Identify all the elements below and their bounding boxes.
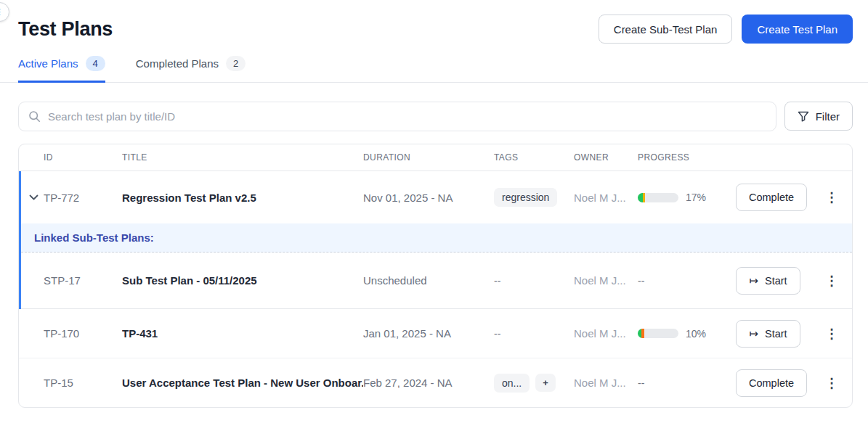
row-id: STP-17 <box>44 274 122 287</box>
table-row-tp-15[interactable]: TP-15 User Acceptance Test Plan - New Us… <box>19 358 852 407</box>
row-tags: regression <box>494 188 574 207</box>
search-icon <box>28 110 41 123</box>
table-row-tp-170[interactable]: TP-170 TP-431 Jan 01, 2025 - NA -- Noel … <box>19 309 852 358</box>
test-plans-table: ID TITLE DURATION TAGS OWNER PROGRESS TP… <box>18 144 853 408</box>
row-menu-kebab-icon[interactable]: ⋮ <box>822 191 842 204</box>
search-row: Filter <box>0 102 868 131</box>
row-duration: Nov 01, 2025 - NA <box>363 192 494 204</box>
tab-completed-plans-count: 2 <box>226 56 246 71</box>
row-owner: Noel M J... <box>574 192 638 204</box>
tab-active-plans-label: Active Plans <box>18 57 78 70</box>
search-input[interactable] <box>48 110 766 123</box>
column-header-owner: OWNER <box>574 152 638 163</box>
start-button-label: Start <box>765 328 787 340</box>
row-tags-empty: -- <box>494 275 574 287</box>
row-owner: Noel M J... <box>574 377 638 389</box>
row-owner: Noel M J... <box>574 327 638 340</box>
row-duration: Jan 01, 2025 - NA <box>363 327 494 340</box>
row-progress-empty: -- <box>638 275 736 287</box>
linked-sub-test-plans-header: Linked Sub-Test Plans: <box>21 223 852 252</box>
row-progress: 17% <box>638 192 736 203</box>
sidebar-toggle-icon: ⋮ <box>0 7 4 17</box>
row-progress: 10% <box>638 328 736 340</box>
progress-bar <box>638 329 678 338</box>
expanded-test-plan-group: TP-772 Regression Test Plan v2.5 Nov 01,… <box>19 171 852 309</box>
row-id: TP-170 <box>44 327 122 340</box>
column-header-id: ID <box>44 152 122 163</box>
row-title[interactable]: TP-431 <box>122 327 363 340</box>
tag-pill: regression <box>494 188 557 207</box>
column-header-progress: PROGRESS <box>638 152 736 163</box>
progress-bar <box>638 193 678 202</box>
row-owner: Noel M J... <box>574 274 638 287</box>
tab-completed-plans-label: Completed Plans <box>136 57 219 70</box>
column-header-duration: DURATION <box>363 152 494 163</box>
filter-icon <box>798 111 809 122</box>
top-actions: Create Sub-Test Plan Create Test Plan <box>599 15 853 44</box>
start-arrow-icon: ↦ <box>749 327 758 340</box>
row-progress-empty: -- <box>638 377 736 389</box>
row-tags-empty: -- <box>494 328 574 340</box>
row-menu-kebab-icon[interactable]: ⋮ <box>822 377 842 390</box>
column-header-title: TITLE <box>122 152 363 163</box>
row-tags: on... + <box>494 374 574 393</box>
start-button[interactable]: ↦ Start <box>736 267 800 295</box>
table-row-stp-17[interactable]: STP-17 Sub Test Plan - 05/11/2025 Unsche… <box>21 252 852 309</box>
tag-pill: on... <box>494 374 530 393</box>
tab-active-plans-count: 4 <box>86 56 105 71</box>
row-title[interactable]: Sub Test Plan - 05/11/2025 <box>122 274 363 287</box>
table-header-row: ID TITLE DURATION TAGS OWNER PROGRESS <box>19 144 852 171</box>
tab-completed-plans[interactable]: Completed Plans 2 <box>136 56 246 83</box>
tab-active-plans[interactable]: Active Plans 4 <box>18 56 105 83</box>
row-title[interactable]: User Acceptance Test Plan - New User Onb… <box>122 377 363 389</box>
tab-bar: Active Plans 4 Completed Plans 2 <box>0 56 868 83</box>
row-menu-kebab-icon[interactable]: ⋮ <box>822 274 842 287</box>
filter-button[interactable]: Filter <box>784 102 853 131</box>
page-title: Test Plans <box>18 18 113 41</box>
progress-label: 10% <box>686 328 706 340</box>
progress-label: 17% <box>686 192 706 203</box>
table-row-tp-772[interactable]: TP-772 Regression Test Plan v2.5 Nov 01,… <box>21 171 852 223</box>
start-arrow-icon: ↦ <box>749 274 758 287</box>
row-id: TP-15 <box>44 377 122 389</box>
row-duration: Unscheduled <box>363 274 494 287</box>
row-title[interactable]: Regression Test Plan v2.5 <box>122 192 363 204</box>
row-menu-kebab-icon[interactable]: ⋮ <box>822 327 842 340</box>
row-duration: Feb 27, 2024 - NA <box>363 377 494 389</box>
search-box[interactable] <box>18 102 776 131</box>
topbar: Test Plans Create Sub-Test Plan Create T… <box>0 0 868 44</box>
start-button-label: Start <box>765 275 787 287</box>
complete-button-label: Complete <box>749 192 794 203</box>
more-tags-button[interactable]: + <box>535 374 556 392</box>
create-test-plan-button[interactable]: Create Test Plan <box>742 15 853 44</box>
complete-button[interactable]: Complete <box>736 369 807 397</box>
start-button[interactable]: ↦ Start <box>736 320 800 348</box>
create-sub-test-plan-button[interactable]: Create Sub-Test Plan <box>599 15 733 44</box>
collapse-chevron-down-icon[interactable] <box>26 190 41 205</box>
column-header-tags: TAGS <box>494 152 574 163</box>
complete-button[interactable]: Complete <box>736 184 807 211</box>
row-id: TP-772 <box>44 192 122 204</box>
complete-button-label: Complete <box>749 377 794 389</box>
filter-label: Filter <box>816 110 840 123</box>
